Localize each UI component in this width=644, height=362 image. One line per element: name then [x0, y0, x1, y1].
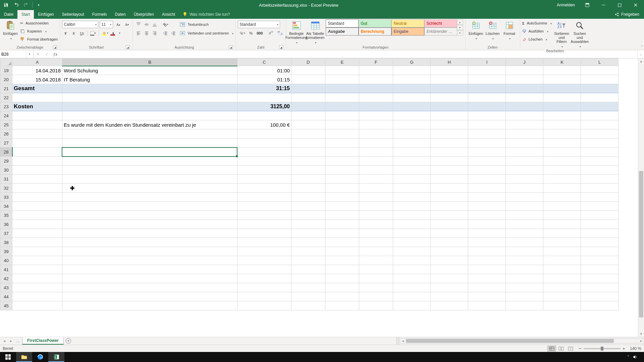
column-header[interactable]: I	[468, 59, 506, 66]
cell[interactable]	[291, 211, 325, 220]
cell[interactable]	[468, 102, 506, 111]
cell[interactable]	[291, 84, 325, 93]
cell[interactable]	[543, 193, 581, 202]
cell[interactable]	[468, 265, 506, 274]
cell[interactable]	[468, 111, 506, 120]
cell[interactable]	[431, 184, 468, 193]
save-icon[interactable]	[2, 1, 10, 9]
horizontal-scrollbar[interactable]: ◂ ▸	[400, 338, 644, 344]
dialog-launcher-icon[interactable]: ◢	[126, 45, 130, 49]
cell[interactable]	[325, 193, 359, 202]
taskbar-excel[interactable]: X	[48, 352, 64, 362]
view-page-break-icon[interactable]	[566, 346, 575, 352]
cell[interactable]	[237, 265, 291, 274]
cell[interactable]	[237, 211, 291, 220]
column-header[interactable]: C	[237, 59, 291, 66]
cell[interactable]	[291, 202, 325, 211]
cell[interactable]	[543, 220, 581, 229]
cell[interactable]	[431, 220, 468, 229]
insert-function-icon[interactable]: ƒx	[51, 50, 60, 58]
cell[interactable]	[62, 175, 237, 184]
cell[interactable]	[506, 111, 543, 120]
cell[interactable]	[359, 265, 393, 274]
cell[interactable]	[62, 256, 237, 265]
align-right-icon[interactable]	[151, 30, 158, 37]
align-top-icon[interactable]	[135, 21, 142, 28]
cell[interactable]	[468, 211, 506, 220]
cell[interactable]	[543, 66, 581, 75]
sheet-prev-icon[interactable]: ◂	[1, 339, 7, 343]
cell[interactable]	[359, 211, 393, 220]
tab-scroll-splitter[interactable]	[396, 337, 399, 345]
cell[interactable]	[291, 301, 325, 310]
align-left-icon[interactable]	[135, 30, 142, 37]
cell[interactable]	[543, 238, 581, 247]
maximize-icon[interactable]	[612, 0, 627, 10]
cell[interactable]	[393, 111, 431, 120]
cell[interactable]	[12, 265, 62, 274]
cell[interactable]	[506, 66, 543, 75]
cell[interactable]	[543, 111, 581, 120]
cell[interactable]	[291, 283, 325, 292]
tab-start[interactable]: Start	[17, 10, 34, 19]
cell[interactable]	[581, 265, 619, 274]
cell[interactable]	[237, 138, 291, 147]
increase-decimal-icon[interactable]: ,0←,00	[267, 30, 275, 37]
cell[interactable]	[543, 247, 581, 256]
share-button[interactable]: Freigeben	[610, 10, 644, 19]
cell[interactable]	[237, 93, 291, 102]
cell[interactable]	[325, 238, 359, 247]
cell[interactable]	[506, 157, 543, 166]
row-header[interactable]: 36	[0, 220, 12, 229]
cell[interactable]	[237, 256, 291, 265]
cell[interactable]	[431, 166, 468, 175]
cell[interactable]	[393, 274, 431, 283]
cell[interactable]	[359, 283, 393, 292]
cell[interactable]	[62, 220, 237, 229]
cell[interactable]	[237, 184, 291, 193]
cell[interactable]	[393, 238, 431, 247]
tray-volume-icon[interactable]	[633, 355, 637, 359]
cell[interactable]	[12, 120, 62, 129]
close-icon[interactable]	[628, 0, 643, 10]
cell[interactable]	[12, 129, 62, 138]
row-header[interactable]: 35	[0, 211, 12, 220]
cell[interactable]	[581, 229, 619, 238]
cell[interactable]	[393, 93, 431, 102]
cell[interactable]	[62, 229, 237, 238]
tell-me-search[interactable]: 💡 Was möchten Sie tun?	[179, 10, 233, 19]
cell[interactable]	[393, 193, 431, 202]
cell[interactable]	[12, 238, 62, 247]
cell[interactable]	[325, 102, 359, 111]
cell[interactable]	[581, 211, 619, 220]
cell[interactable]	[393, 301, 431, 310]
cell[interactable]	[291, 265, 325, 274]
cell[interactable]	[543, 256, 581, 265]
dialog-launcher-icon[interactable]: ◢	[279, 45, 283, 49]
cell[interactable]	[431, 265, 468, 274]
view-normal-icon[interactable]	[547, 346, 556, 352]
cell[interactable]	[291, 220, 325, 229]
cell[interactable]	[506, 283, 543, 292]
cell[interactable]	[543, 129, 581, 138]
cell[interactable]	[62, 157, 237, 166]
cell[interactable]	[581, 129, 619, 138]
cell[interactable]: 3125,00	[237, 102, 291, 111]
row-header[interactable]: 40	[0, 256, 12, 265]
cell[interactable]	[359, 102, 393, 111]
cell[interactable]	[62, 292, 237, 301]
cell[interactable]	[12, 256, 62, 265]
cell[interactable]: Kosten	[12, 102, 62, 111]
cell[interactable]	[431, 138, 468, 147]
cell[interactable]: 15.04.2018	[12, 75, 62, 84]
format-as-table-button[interactable]: Als Tabelle formatieren	[307, 19, 324, 45]
cell[interactable]	[325, 274, 359, 283]
cell[interactable]	[291, 256, 325, 265]
cell[interactable]	[543, 229, 581, 238]
cell[interactable]	[237, 129, 291, 138]
vscroll-thumb[interactable]	[639, 171, 643, 317]
copy-button[interactable]: Kopieren	[20, 27, 58, 35]
cell[interactable]	[325, 220, 359, 229]
cell[interactable]	[431, 66, 468, 75]
cell[interactable]	[506, 220, 543, 229]
